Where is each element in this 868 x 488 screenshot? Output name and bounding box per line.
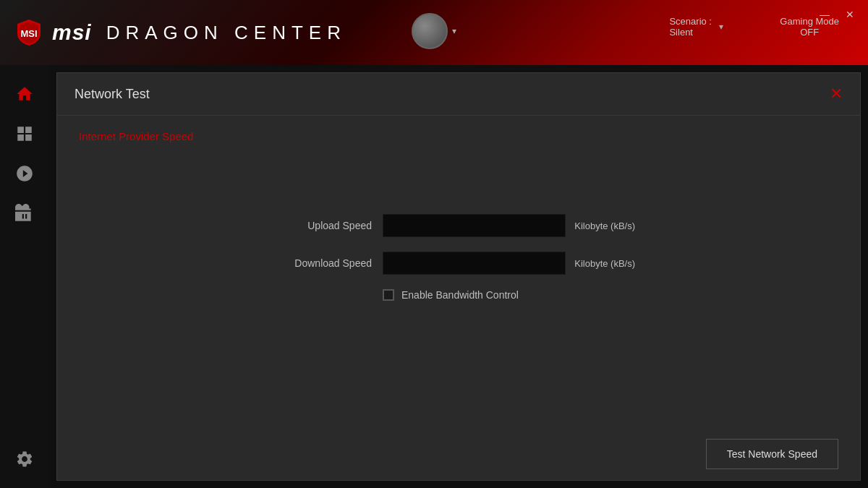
bandwidth-control-checkbox[interactable]: [383, 289, 394, 301]
sidebar: [0, 65, 49, 488]
bandwidth-control-label[interactable]: Enable Bandwidth Control: [401, 289, 519, 301]
home-icon: [15, 85, 34, 103]
apps-icon: [15, 124, 34, 143]
sidebar-item-settings[interactable]: [7, 441, 43, 477]
modal-footer: Test Network Speed: [57, 428, 860, 480]
settings-icon: [15, 450, 34, 468]
section-title: Internet Provider Speed: [79, 130, 838, 142]
bandwidth-checkbox-wrapper: Enable Bandwidth Control: [383, 289, 519, 301]
svg-text:MSI: MSI: [20, 28, 37, 39]
logo-area: MSI msi DRAGON CENTER: [14, 18, 346, 47]
scenario-label-group: Scenario : Silent: [669, 16, 712, 38]
form-area: Upload Speed Kilobyte (kB/s) Download Sp…: [278, 214, 639, 301]
sidebar-item-apps[interactable]: [7, 116, 43, 152]
modal-close-button[interactable]: ✕: [830, 86, 843, 102]
upload-speed-row: Upload Speed Kilobyte (kB/s): [278, 214, 639, 237]
upload-speed-unit: Kilobyte (kB/s): [574, 221, 639, 231]
msi-logo-icon: MSI: [14, 18, 43, 47]
minimize-button[interactable]: —: [817, 7, 832, 22]
test-network-speed-button[interactable]: Test Network Speed: [706, 439, 838, 469]
avatar[interactable]: [412, 13, 448, 49]
network-test-modal: Network Test ✕ Internet Provider Speed U…: [56, 72, 861, 481]
download-speed-unit: Kilobyte (kB/s): [574, 258, 639, 269]
scenario-area[interactable]: Scenario : Silent ▾: [669, 16, 723, 38]
tools-icon: [15, 204, 34, 223]
sidebar-item-monitor[interactable]: [7, 155, 43, 192]
msi-brand-text: msi: [52, 20, 92, 45]
modal-body: Internet Provider Speed Upload Speed Kil…: [57, 116, 860, 428]
scenario-label: Scenario :: [669, 16, 712, 27]
sidebar-item-home[interactable]: [7, 76, 43, 112]
download-speed-label: Download Speed: [278, 257, 372, 269]
modal-title: Network Test: [75, 87, 150, 102]
chevron-down-icon: ▾: [452, 26, 456, 36]
window-controls: — ✕: [817, 7, 857, 22]
profile-area[interactable]: ▾: [412, 13, 456, 49]
download-speed-input[interactable]: [383, 252, 566, 275]
upload-speed-input[interactable]: [383, 214, 566, 237]
close-window-button[interactable]: ✕: [843, 7, 857, 22]
title-bar: MSI msi DRAGON CENTER ▾ Scenario : Silen…: [0, 0, 868, 65]
modal-overlay: Network Test ✕ Internet Provider Speed U…: [49, 65, 868, 488]
monitor-icon: [15, 164, 34, 183]
bandwidth-control-row: Enable Bandwidth Control: [383, 289, 639, 301]
gaming-mode-value: OFF: [780, 27, 839, 38]
sidebar-item-tools[interactable]: [7, 195, 43, 231]
download-speed-row: Download Speed Kilobyte (kB/s): [278, 252, 639, 275]
dragon-center-text: DRAGON CENTER: [106, 22, 346, 44]
scenario-value: Silent: [669, 27, 712, 38]
upload-speed-label: Upload Speed: [278, 220, 372, 231]
main-content: Network Test ✕ Internet Provider Speed U…: [49, 65, 868, 488]
scenario-chevron-icon[interactable]: ▾: [719, 22, 723, 32]
modal-header: Network Test ✕: [57, 73, 860, 116]
